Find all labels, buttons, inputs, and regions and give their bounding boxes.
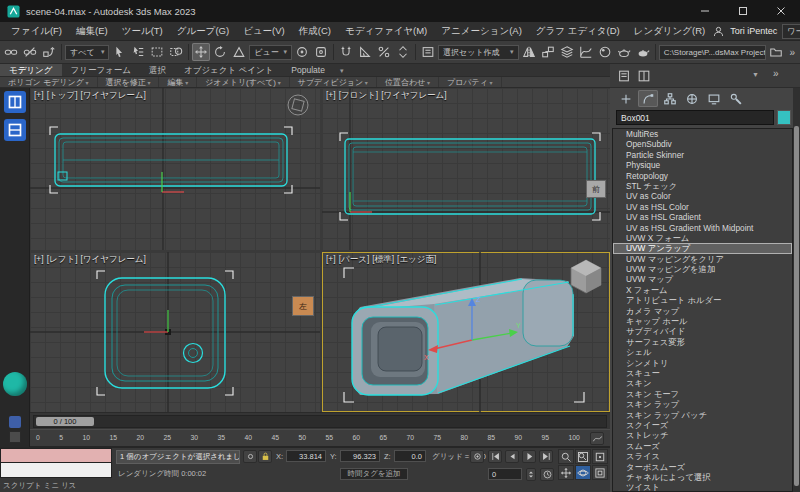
material-editor-icon[interactable]	[596, 43, 614, 61]
panel-overflow-button[interactable]: »	[773, 68, 779, 79]
modifier-list-item[interactable]: スキン	[613, 378, 792, 388]
minimize-button[interactable]	[686, 0, 724, 22]
display-panel-tab[interactable]	[704, 90, 724, 107]
viewcube[interactable]: 左	[292, 296, 314, 316]
zoom-extents-icon[interactable]	[592, 449, 608, 464]
menu-item[interactable]: 編集(E)	[69, 22, 115, 40]
pan-view-icon[interactable]	[558, 465, 574, 480]
modifier-list-item[interactable]: スキン ラップ	[613, 399, 792, 409]
modifier-list-item[interactable]: スムーズ	[613, 441, 792, 451]
use-pivot-center-icon[interactable]	[293, 43, 311, 61]
go-to-start-icon[interactable]	[488, 450, 502, 463]
ribbon-tab[interactable]: フリーフォーム	[62, 64, 141, 76]
menu-item[interactable]: レンダリング(R)	[627, 22, 713, 40]
viewcube[interactable]: 前	[586, 180, 606, 198]
viewcube[interactable]	[292, 99, 304, 111]
create-panel-tab[interactable]	[616, 90, 636, 107]
modifier-list-item[interactable]: カメラ マップ	[613, 306, 792, 316]
modifier-list-item[interactable]: X フォーム	[613, 285, 792, 295]
angle-snap-toggle-icon[interactable]	[356, 43, 374, 61]
modifier-list-item[interactable]: サーフェス変形	[613, 337, 792, 347]
object-color-swatch[interactable]	[777, 110, 791, 125]
select-and-scale-icon[interactable]	[230, 43, 248, 61]
coord-x-field[interactable]: 33.814	[286, 450, 326, 462]
ribbon-panel-button[interactable]: 編集	[159, 77, 197, 87]
modifier-list-item[interactable]: ツイスト	[613, 482, 792, 492]
docked-toolbar-icon[interactable]	[9, 431, 21, 443]
curve-editor-icon[interactable]	[577, 43, 595, 61]
viewport-label-segment[interactable]: [フロント]	[339, 90, 379, 102]
modifier-list-item[interactable]: UVW X フォーム	[613, 233, 792, 243]
selection-filter-dropdown[interactable]: すべて	[65, 45, 109, 60]
modifier-list-item[interactable]: ターボスムーズ	[613, 462, 792, 472]
play-animation-icon[interactable]	[522, 450, 536, 463]
viewport-label-segment[interactable]: [+]	[326, 254, 336, 266]
modifier-list-item[interactable]: UV as Color	[613, 191, 792, 201]
go-to-end-icon[interactable]	[539, 450, 553, 463]
select-and-link-icon[interactable]	[2, 43, 20, 61]
reference-coordinate-dropdown[interactable]: ビュー	[249, 45, 292, 60]
layer-manager-icon[interactable]	[558, 43, 576, 61]
isolate-selection-icon[interactable]	[243, 450, 257, 463]
docked-toolbar-icon[interactable]	[4, 91, 26, 113]
menu-item[interactable]: グラフ エディタ(D)	[529, 22, 627, 40]
rectangular-selection-region-icon[interactable]	[148, 43, 166, 61]
modifier-list-item[interactable]: UV as HSL Gradient	[613, 212, 792, 222]
viewport-perspective[interactable]: X Y Z [+][パース][標準][エッジ面]	[322, 252, 610, 412]
utilities-panel-tab[interactable]	[726, 90, 746, 107]
viewcube-compass[interactable]	[288, 95, 308, 115]
viewport-label-segment[interactable]: [標準]	[372, 254, 394, 266]
menu-item[interactable]: ファイル(F)	[4, 22, 69, 40]
modify-panel-tab[interactable]	[638, 90, 658, 107]
maximize-button[interactable]	[724, 0, 762, 22]
modifier-list-item[interactable]: ストレッチ	[613, 430, 792, 440]
time-slider-handle[interactable]: 0 / 100	[36, 417, 94, 426]
named-selection-sets-dropdown[interactable]: 選択セット作成	[438, 45, 519, 60]
viewport-label-segment[interactable]: [エッジ面]	[397, 254, 436, 266]
viewport-label-segment[interactable]: [ワイヤフレーム]	[381, 90, 446, 102]
ribbon-panel-button[interactable]: 位置合わせ	[377, 77, 439, 87]
menu-item[interactable]: モディファイヤ(M)	[338, 22, 434, 40]
modifier-list-item[interactable]: Retopology	[613, 171, 792, 181]
panel-scrollbar-thumb[interactable]	[794, 126, 799, 486]
ribbon-tab[interactable]: Populate	[282, 64, 334, 76]
modifier-list-item[interactable]: シンメトリ	[613, 358, 792, 368]
box-object-front-view[interactable]	[345, 139, 595, 214]
modifier-list-item[interactable]: OpenSubdiv	[613, 139, 792, 149]
viewport-label-segment[interactable]: [+]	[34, 90, 44, 102]
modifier-list-item[interactable]: UV as HSL Gradient With Midpoint	[613, 223, 792, 233]
maxscript-listener-macro-line[interactable]	[0, 448, 112, 463]
zoom-icon[interactable]	[558, 449, 574, 464]
menu-item[interactable]: 作成(C)	[292, 22, 338, 40]
render-production-icon[interactable]	[634, 43, 652, 61]
modifier-list-item[interactable]: UVW アンラップ	[613, 243, 792, 253]
modifier-list-item[interactable]: Physique	[613, 160, 792, 170]
maximize-viewport-toggle-icon[interactable]	[592, 465, 608, 480]
edit-named-selection-sets-icon[interactable]	[419, 43, 437, 61]
modifier-list-item[interactable]: UVW マッピングを追加	[613, 264, 792, 274]
render-setup-icon[interactable]	[615, 43, 633, 61]
viewport-label-segment[interactable]: [ワイヤフレーム]	[81, 90, 146, 102]
project-folder-dropdown[interactable]: C:\Storage\P...dsMax Project	[659, 45, 767, 60]
modifier-list-item[interactable]: UVW マップ	[613, 274, 792, 284]
modifier-list-item[interactable]: STL チェック	[613, 181, 792, 191]
viewport-label-segment[interactable]: [レフト]	[47, 254, 78, 266]
modifier-list-item[interactable]: チャネルによって選択	[613, 472, 792, 482]
ribbon-panel-button[interactable]: プロパティ	[439, 77, 502, 87]
bind-to-space-warp-icon[interactable]	[40, 43, 58, 61]
time-configuration-icon[interactable]	[540, 468, 554, 481]
modifier-list-item[interactable]: スライス	[613, 451, 792, 461]
modifier-list-item[interactable]: スクイーズ	[613, 420, 792, 430]
add-time-tag-field[interactable]: 時間タグを追加	[340, 468, 408, 480]
menu-item[interactable]: ビュー(V)	[236, 22, 292, 40]
modifier-list-item[interactable]: キャップ ホール	[613, 316, 792, 326]
mirror-icon[interactable]	[520, 43, 538, 61]
modifier-list-item[interactable]: スキン ラップ パッチ	[613, 410, 792, 420]
select-and-manipulate-icon[interactable]	[312, 43, 330, 61]
select-by-name-icon[interactable]	[129, 43, 147, 61]
close-button[interactable]	[762, 0, 800, 22]
select-and-rotate-icon[interactable]	[211, 43, 229, 61]
modifier-list-item[interactable]: スキン モーフ	[613, 389, 792, 399]
previous-frame-icon[interactable]	[505, 450, 519, 463]
toolbar-overflow-button[interactable]: »	[786, 47, 798, 58]
